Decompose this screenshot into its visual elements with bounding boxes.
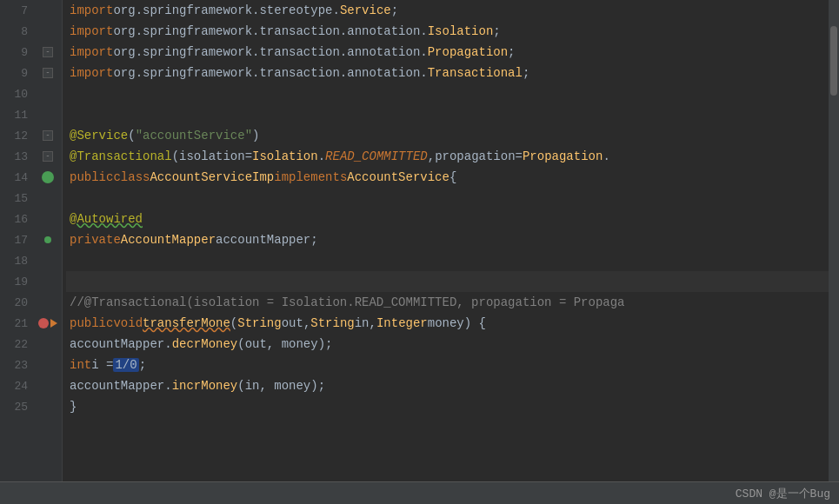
code-line: @Autowired [66, 209, 829, 229]
line-number: 19 [0, 275, 35, 288]
token: private [70, 233, 121, 247]
breakpoint-icon[interactable] [38, 318, 49, 328]
token: @Autowired [70, 212, 143, 226]
bottom-bar: CSDN @是一个Bug [0, 481, 839, 504]
watermark: CSDN @是一个Bug [736, 486, 830, 501]
token: ; [391, 3, 398, 17]
token: incrMoney [172, 379, 238, 393]
code-line: import org.springframework.transaction.a… [66, 42, 829, 63]
code-lines[interactable]: import org.springframework.stereotype.Se… [63, 0, 829, 481]
gutter-row: 7 [0, 0, 62, 21]
token: public [70, 170, 113, 184]
gutter-row: 19 [0, 271, 62, 292]
token: ( [230, 316, 237, 330]
line-number: 7 [0, 4, 35, 17]
line-icons [35, 318, 61, 328]
token: (isolation = Isolation.READ_COMMITTED, p… [186, 295, 624, 309]
token: @Transactional [84, 295, 187, 309]
highlighted-code: 1/0 [113, 358, 138, 372]
gutter-row: 18 [0, 250, 62, 271]
token: (in, money); [237, 379, 325, 393]
line-number: 25 [0, 401, 35, 414]
line-number: 18 [0, 255, 35, 268]
fold-icon[interactable]: - [43, 47, 53, 57]
code-line: int i = 1/0; [66, 355, 829, 375]
token: Integer [376, 316, 428, 330]
code-area: 789-9-101112-13-141516171819202122232425… [0, 0, 839, 481]
line-number: 9 [0, 67, 35, 80]
token: AccountMapper [121, 233, 216, 247]
token: propagation [435, 149, 515, 163]
line-number: 14 [0, 171, 35, 184]
token: AccountService [347, 170, 449, 184]
token: = [245, 149, 252, 163]
token: ) [252, 129, 259, 143]
line-number: 23 [0, 359, 35, 372]
token: // [70, 295, 84, 309]
gutter-row: 21 [0, 313, 62, 334]
token: Propagation [428, 45, 508, 59]
token: money) { [428, 316, 486, 330]
fold-icon[interactable]: - [43, 68, 53, 78]
token: (out, money); [237, 337, 332, 351]
token: Propagation [523, 149, 603, 163]
line-icons: - [35, 47, 61, 57]
token: String [237, 316, 281, 330]
line-icons: - [35, 151, 61, 162]
token: = [516, 149, 523, 163]
scrollbar-vertical[interactable] [829, 0, 839, 481]
token: org.springframework.stereotype. [113, 3, 339, 17]
code-line: import org.springframework.transaction.a… [66, 21, 829, 42]
fold-icon[interactable]: - [43, 130, 53, 141]
line-number: 13 [0, 150, 35, 163]
gutter-row: 12- [0, 125, 62, 146]
code-line: public void transferMone(String out, Str… [66, 313, 829, 334]
code-line: @Service("accountService") [66, 125, 829, 146]
code-line: accountMapper.decrMoney(out, money); [66, 334, 829, 355]
token: import [70, 66, 113, 80]
token: READ_COMMITTED [325, 149, 428, 163]
code-line: import org.springframework.stereotype.Se… [66, 0, 829, 21]
code-line: public class AccountServiceImp implement… [66, 167, 829, 188]
code-line [66, 250, 829, 271]
token: accountMapper. [70, 379, 172, 393]
token: ( [128, 129, 135, 143]
gutter-row: 8 [0, 21, 62, 42]
token: { [449, 170, 456, 184]
green-dot-small-icon [44, 236, 51, 243]
token: @Transactional [70, 149, 172, 163]
token: ; [139, 358, 146, 372]
token: @Service [70, 129, 128, 143]
token: isolation [179, 149, 245, 163]
code-line: accountMapper.incrMoney(in, money); [66, 375, 829, 396]
gutter-row: 22 [0, 334, 62, 355]
token: int [70, 358, 91, 372]
line-number: 12 [0, 129, 35, 143]
fold-icon[interactable]: - [43, 151, 53, 162]
token: ; [493, 24, 500, 38]
gutter-row: 16 [0, 209, 62, 229]
token: i = [91, 358, 113, 372]
token: org.springframework.transaction.annotati… [113, 45, 427, 59]
line-icons [35, 171, 61, 183]
gutter-row: 14 [0, 167, 62, 188]
code-line: } [66, 396, 829, 417]
token: String [310, 316, 354, 330]
token: } [70, 400, 77, 414]
line-number: 20 [0, 296, 35, 309]
token: public [70, 316, 113, 330]
gutter-row: 15 [0, 188, 62, 209]
token: Transactional [428, 66, 523, 80]
token: . [318, 149, 325, 163]
token: accountMapper; [216, 233, 318, 247]
code-line [66, 271, 829, 292]
token: import [70, 24, 113, 38]
scrollbar-thumb[interactable] [830, 26, 837, 96]
token: accountMapper. [70, 337, 172, 351]
green-dot-icon [42, 171, 54, 183]
token: "accountService" [136, 129, 252, 143]
code-line: @Transactional(isolation = Isolation.REA… [66, 146, 829, 167]
token: ; [523, 66, 529, 80]
token: Isolation [252, 149, 318, 163]
code-line [66, 83, 829, 104]
